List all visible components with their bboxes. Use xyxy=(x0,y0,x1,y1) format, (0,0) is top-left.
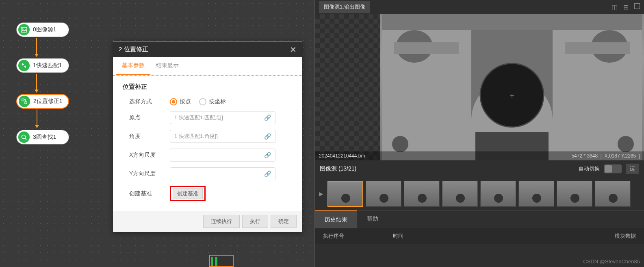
svg-rect-14 xyxy=(565,42,630,54)
svg-rect-6 xyxy=(382,14,642,30)
dialog-title: 2 位置修正 xyxy=(119,46,148,53)
ok-button[interactable]: 确定 xyxy=(271,215,297,228)
watermark: CSDN @StevenChen85 xyxy=(583,258,640,265)
highlight-box: 创建基准 xyxy=(170,186,206,201)
run-button[interactable]: 运 xyxy=(626,164,639,174)
part-image: + xyxy=(380,14,644,160)
col-time: 时间 xyxy=(393,232,403,240)
image-output-tab[interactable]: 图像源1.输出图像 xyxy=(319,1,370,13)
radio-by-point[interactable]: 按点 xyxy=(170,98,191,105)
flow-node-1[interactable]: 1快速匹配1 xyxy=(16,58,69,73)
flow-node-3[interactable]: 3圆查找1 xyxy=(16,130,69,144)
origin-input[interactable]: 1 快速匹配1.匹配点[] 🔗 xyxy=(170,111,275,124)
continuous-execute-button[interactable]: 连续执行 xyxy=(203,215,240,228)
link-icon[interactable]: 🔗 xyxy=(264,171,271,177)
thumbnail[interactable] xyxy=(557,181,592,207)
link-icon[interactable]: 🔗 xyxy=(264,114,271,121)
right-panel: 图像源1.输出图像 ◫ ⊞ + xyxy=(314,0,644,267)
col-data: 模块数据 xyxy=(615,232,636,240)
flow-node-2[interactable]: 2位置修正1 xyxy=(16,94,69,109)
tab-result-display[interactable]: 结果显示 xyxy=(150,57,184,75)
dialog-tabs: 基本参数 结果显示 xyxy=(113,57,302,76)
flow-arrow xyxy=(37,109,37,127)
radio-dot-icon xyxy=(170,98,177,105)
minimap-node[interactable] xyxy=(209,255,234,267)
coords-label: X,0187 Y,2265 xyxy=(605,153,636,159)
yscale-input[interactable]: 🔗 xyxy=(170,167,275,180)
param-label-select-mode: 选择方式 xyxy=(129,98,170,105)
flow-arrow xyxy=(36,74,37,92)
flow-node-0[interactable]: 0图像源1 xyxy=(16,22,69,37)
radio-dot-icon xyxy=(199,98,206,105)
match-icon xyxy=(18,60,30,71)
param-label-origin: 原点 xyxy=(129,114,170,121)
flow-graph: 0图像源1 1快速匹配1 2位置修正1 3圆查找1 xyxy=(16,22,69,166)
radio-by-coord[interactable]: 按坐标 xyxy=(199,98,226,105)
svg-rect-3 xyxy=(25,102,27,104)
circle-find-icon xyxy=(18,131,30,143)
param-label-xscale: X方向尺度 xyxy=(129,151,170,159)
grid-view-icon[interactable]: ⊞ xyxy=(623,3,629,11)
execute-button[interactable]: 执行 xyxy=(242,215,268,228)
param-label-angle: 角度 xyxy=(129,133,170,140)
node-label: 3圆查找1 xyxy=(33,134,56,141)
flow-arrow xyxy=(36,38,37,56)
resolution-label: 5472 * 3648 xyxy=(571,153,598,159)
node-label: 1快速匹配1 xyxy=(33,62,62,69)
more-icon[interactable] xyxy=(634,3,640,9)
thumbnail[interactable] xyxy=(366,181,401,207)
tab-basic-params[interactable]: 基本参数 xyxy=(116,57,150,75)
svg-rect-13 xyxy=(394,42,459,54)
section-heading: 位置补正 xyxy=(123,83,293,91)
dialog-titlebar[interactable]: 2 位置修正 ✕ xyxy=(113,41,302,57)
col-seq: 执行序号 xyxy=(323,232,344,240)
image-source-icon xyxy=(18,24,30,35)
thumbnail[interactable] xyxy=(480,181,516,207)
svg-point-16 xyxy=(618,136,634,152)
thumbnail[interactable] xyxy=(442,181,478,207)
tab-history-result[interactable]: 历史结果 xyxy=(315,210,357,228)
link-icon[interactable]: 🔗 xyxy=(264,133,271,140)
position-fix-icon xyxy=(19,96,30,107)
thumbnail[interactable] xyxy=(404,181,440,207)
filename-label: 20240412210444.bm xyxy=(319,153,365,159)
thumbnail[interactable] xyxy=(327,181,363,207)
node-label: 0图像源1 xyxy=(33,26,56,33)
svg-rect-2 xyxy=(22,99,24,101)
param-label-yscale: Y方向尺度 xyxy=(129,170,170,177)
auto-switch-label: 自动切换 xyxy=(579,165,600,173)
image-viewer[interactable]: + 20240412210444.bm 5472 * 3648 | X,0187… xyxy=(315,14,644,160)
close-icon[interactable]: ✕ xyxy=(290,45,297,55)
param-label-create-ref: 创建基准 xyxy=(129,190,170,197)
gallery-title: 图像源 (13/21) xyxy=(320,165,356,173)
play-icon[interactable]: ▶ xyxy=(317,190,325,197)
split-view-icon[interactable]: ◫ xyxy=(611,3,618,11)
tab-help[interactable]: 帮助 xyxy=(357,210,388,228)
node-label: 2位置修正1 xyxy=(33,98,63,105)
thumbnail-strip: ▶ xyxy=(315,177,644,210)
thumbnail[interactable] xyxy=(518,181,554,207)
svg-text:+: + xyxy=(510,91,514,100)
angle-input[interactable]: 1 快速匹配1.角度[] 🔗 xyxy=(170,130,275,143)
position-fix-dialog: 2 位置修正 ✕ 基本参数 结果显示 位置补正 选择方式 按点 按坐标 原点 xyxy=(113,41,302,232)
create-reference-button[interactable]: 创建基准 xyxy=(173,188,203,199)
thumbnail[interactable] xyxy=(595,181,631,207)
xscale-input[interactable]: 🔗 xyxy=(170,149,275,162)
auto-switch-toggle[interactable] xyxy=(604,164,622,173)
table-header: 执行序号 时间 模块数据 xyxy=(315,228,644,244)
link-icon[interactable]: 🔗 xyxy=(264,152,271,158)
svg-point-15 xyxy=(392,136,408,152)
